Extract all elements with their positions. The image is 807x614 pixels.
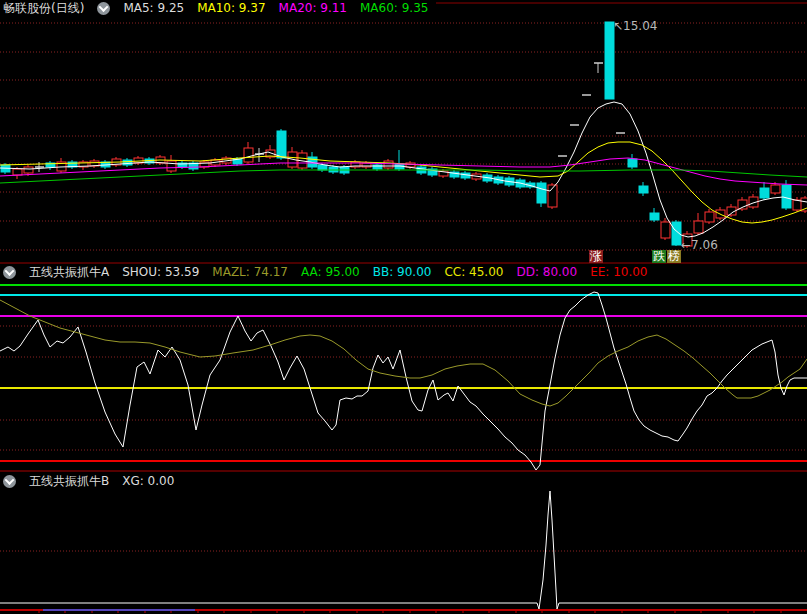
indicator-a-title: 五线共振抓牛A	[29, 264, 109, 281]
marker-badge: 涨	[589, 250, 603, 263]
indicator-b-header: 五线共振抓牛B XG: 0.00	[0, 473, 182, 490]
indicator-b-title: 五线共振抓牛B	[29, 473, 109, 490]
main-chart-legend: MA5: 9.25MA10: 9.37MA20: 9.11MA60: 9.35	[123, 0, 428, 17]
legend-item: MAZL: 74.17	[212, 264, 288, 281]
legend-item: DD: 80.00	[516, 264, 577, 281]
stock-title: 畅联股份(日线)	[3, 0, 84, 17]
indicator-a-legend: SHOU: 53.59MAZL: 74.17AA: 95.00BB: 90.00…	[122, 264, 647, 281]
chevron-down-icon	[99, 2, 109, 12]
legend-item: EE: 10.00	[590, 264, 647, 281]
legend-item: AA: 95.00	[301, 264, 360, 281]
marker-badge: 榜	[667, 250, 681, 263]
collapse-indicator-b-icon[interactable]	[3, 475, 16, 488]
legend-item: MA5: 9.25	[123, 0, 184, 17]
chevron-down-icon	[5, 266, 15, 276]
price-annotation: ↖15.04	[613, 20, 657, 32]
legend-item: CC: 45.00	[444, 264, 503, 281]
chevron-down-icon	[5, 475, 15, 485]
legend-item: XG: 0.00	[122, 473, 174, 490]
price-annotation: ←7.06	[681, 239, 718, 251]
legend-item: MA20: 9.11	[279, 0, 347, 17]
collapse-main-chart-icon[interactable]	[97, 2, 110, 15]
indicator-a-header: 五线共振抓牛A SHOU: 53.59MAZL: 74.17AA: 95.00B…	[0, 264, 656, 281]
main-chart-header: 畅联股份(日线) MA5: 9.25MA10: 9.37MA20: 9.11MA…	[0, 0, 436, 17]
legend-item: MA60: 9.35	[360, 0, 428, 17]
stock-app-window: { "headers": { "main": { "title": "畅联股份(…	[0, 0, 807, 614]
legend-item: MA10: 9.37	[197, 0, 265, 17]
legend-item: BB: 90.00	[373, 264, 432, 281]
collapse-indicator-a-icon[interactable]	[3, 266, 16, 279]
chart-canvas[interactable]	[0, 0, 807, 614]
legend-item: SHOU: 53.59	[122, 264, 199, 281]
indicator-b-legend: XG: 0.00	[122, 473, 174, 490]
marker-badge: 跌	[652, 250, 666, 263]
